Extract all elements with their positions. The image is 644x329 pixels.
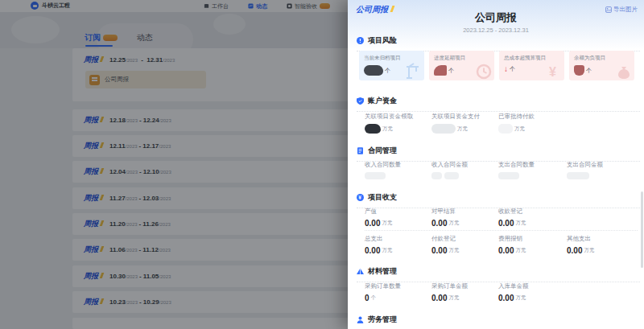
drawer-scrollbar[interactable] [641,191,643,268]
section-project-risk: 项目风险 [357,35,640,51]
risk-card-negative-balance: 余额为负项目 个 [569,51,634,80]
section-title: 项目收支 [368,192,397,203]
risk-cards: 当前未归档项目 个 进度延期项目 个 总成本超预算项目 ↓个 ¥ 余额为负项目 … [359,51,634,80]
stat-label: 收款登记 [498,208,564,216]
report-date-range: 2023.12.25 - 2023.12.31 [348,27,644,34]
stat-unit: 万元 [382,125,393,133]
stat-approved-pending: 已审批待付款 万元 [498,113,564,134]
stat-unit: 万元 [457,125,468,133]
stat-expense-contract-count: 支出合同数量 [498,161,564,179]
stat-unit: 万元 [514,125,525,133]
stat-label: 支出合同金额 [567,161,633,169]
stat-income-contract-count: 收入合同数量 [365,161,431,179]
stat-label: 入库单金额 [498,282,564,290]
stat-other-expense: 其他支出 0.00万元 [567,235,633,255]
stat-label: 关联项目资金支付 [431,113,497,121]
stat-purchase-order-count: 采购订单数量 0个 [365,282,431,302]
section-title: 材料管理 [368,266,397,277]
stat-label: 收入合同金额 [431,161,497,169]
stat-label: 产值 [365,208,431,216]
stat-purchase-order-amount: 采购订单金额 0.00万元 [431,282,497,302]
card-unit: 个 [510,65,515,73]
stat-inbound-amount: 入库单金额 0.00万元 [498,282,564,302]
stat-receipt-register: 收款登记 0.00万元 [498,208,564,228]
stat-label: 费用报销 [498,235,564,243]
risk-card-unarchived: 当前未归档项目 个 [359,51,424,80]
stat-owner-settlement: 对甲结算 0.00万元 [431,208,497,228]
redacted-value [364,65,383,76]
pyramid-icon [357,268,364,275]
document-icon [357,147,364,154]
card-unit: 个 [385,67,390,75]
section-title: 项目风险 [368,35,397,46]
card-label: 进度延期项目 [434,55,489,62]
stat-label: 付款登记 [431,235,497,243]
card-unit: 个 [448,67,454,75]
section-contract-mgmt: 合同管理 [357,146,640,162]
app-root: 斗栱云工程 工作台 动态 智能验收 订阅 [0,0,644,329]
warning-icon [357,37,364,44]
yuan-icon: ¥ [546,64,562,80]
divider [365,230,638,231]
card-label: 当前未归档项目 [364,55,419,62]
section-title: 劳务管理 [368,315,397,325]
section-account-funds: 账户资金 [357,96,640,112]
redacted-value [431,172,442,179]
shield-icon [357,97,364,105]
report-title: 公司周报 [348,10,644,25]
redacted-value [574,65,584,76]
stat-total-expense: 总支出 0.00万元 [365,235,431,255]
card-unit: 个 [586,67,592,75]
redacted-value [365,172,386,179]
crane-icon [404,62,422,80]
stat-expense-reimburse: 费用报销 0.00万元 [498,235,564,255]
section-project-income: ¥ 项目收支 [357,192,640,208]
card-label: 总成本超预算项目 [504,55,559,62]
stat-fund-received: 关联项目资金领取 万元 [365,113,431,134]
stat-label: 对甲结算 [431,208,497,216]
section-title: 合同管理 [368,146,397,156]
stat-payment-register: 付款登记 0.00万元 [431,235,497,255]
svg-text:¥: ¥ [549,65,556,79]
redacted-value [498,124,513,134]
redacted-value [444,172,459,179]
coin-icon: ¥ [357,194,364,201]
redacted-value [431,124,456,134]
stat-label: 采购订单数量 [365,282,431,290]
dim-overlay [0,0,348,329]
stat-label: 采购订单金额 [431,282,497,290]
down-arrow-icon: ↓ [504,65,508,73]
stat-label: 已审批待付款 [498,113,564,121]
section-material-mgmt: 材料管理 [357,266,640,282]
section-labor-mgmt: 劳务管理 [357,315,640,329]
section-title: 账户资金 [368,96,397,106]
stat-label: 其他支出 [567,235,633,243]
card-label: 余额为负项目 [574,55,630,62]
risk-card-delayed: 进度延期项目 个 [429,51,494,80]
stat-fund-paid: 关联项目资金支付 万元 [431,113,497,134]
stat-label: 收入合同数量 [365,161,431,169]
redacted-value [567,172,589,179]
moneybag-icon [616,64,632,80]
stat-label: 关联项目资金领取 [365,113,431,121]
clock-icon [476,64,492,80]
svg-text:¥: ¥ [358,195,361,200]
redacted-value [434,65,447,76]
stat-label: 支出合同数量 [498,161,564,169]
redacted-value [498,172,519,179]
stat-label: 总支出 [365,235,431,243]
stat-income-contract-amount: 收入合同金额 [431,161,497,179]
risk-card-over-budget: 总成本超预算项目 ↓个 ¥ [499,51,564,80]
person-icon [357,316,364,323]
stat-output-value: 产值 0.00万元 [365,208,431,228]
stat-expense-contract-amount: 支出合同金额 [567,161,633,179]
redacted-value [365,124,381,134]
company-weekly-report-drawer: 公司周报 导出图片 公司周报 2023.12.25 - 2023.12.31 项… [348,0,644,329]
